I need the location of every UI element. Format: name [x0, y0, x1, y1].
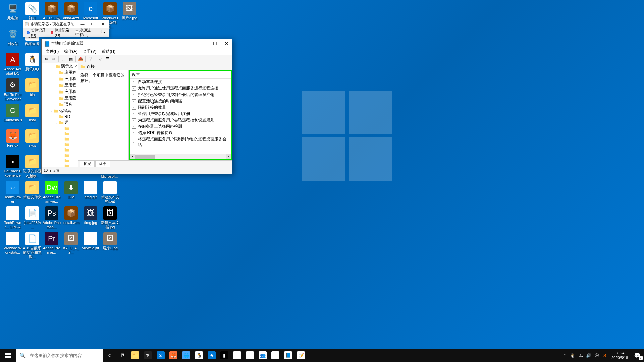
gpedit-close-button[interactable]: ✕ — [221, 39, 232, 48]
tree-item[interactable] — [42, 147, 78, 153]
psr-stop-button[interactable]: 停止记录(O) — [48, 27, 72, 38]
desktop-icon[interactable]: 📄(HIUF25% ... — [23, 206, 42, 229]
toolbar-help-button[interactable]: ❔ — [87, 56, 94, 62]
policy-setting-item[interactable]: ▫限制连接的数量 — [130, 104, 231, 111]
taskbar-app-notepad[interactable]: 📝 — [294, 349, 307, 362]
task-view-button[interactable]: ⧉ — [116, 349, 129, 362]
policy-setting-item[interactable]: ▫选择 RDP 传输协议 — [130, 130, 231, 136]
desktop-icon[interactable]: 📁新建文件夹 — [23, 181, 42, 199]
policy-setting-item[interactable]: ▫拒绝将已经登录到控制台会话的管理员注销 — [130, 92, 231, 98]
gpedit-minimize-button[interactable]: — — [198, 39, 209, 48]
tree-expand-icon[interactable]: ⌄ — [50, 109, 54, 113]
desktop-icon[interactable]: 🐧腾讯QQ — [23, 53, 42, 71]
policy-setting-item[interactable]: ▫配置活动连接的时间间隔 — [130, 98, 231, 104]
tree-item[interactable] — [42, 163, 78, 167]
tree-item[interactable]: 应用程 — [42, 88, 78, 95]
desktop-icon[interactable]: 🖥️此电脑 — [3, 2, 22, 20]
scroll-thumb[interactable] — [135, 155, 155, 159]
desktop-icon[interactable]: PrAdobe Premie... — [42, 232, 61, 255]
toolbar-show-hide-button[interactable]: ▤ — [67, 56, 74, 62]
tray-overflow-button[interactable]: ˄ — [560, 349, 569, 362]
taskbar-app-mail[interactable]: ✉ — [154, 349, 167, 362]
desktop-icon[interactable]: 🗑️回收站 — [3, 27, 22, 46]
taskbar-app-gpedit[interactable]: 📘 — [282, 349, 294, 362]
tray-volume-icon[interactable]: 🔊 — [585, 349, 593, 362]
psr-help-button[interactable]: ❔▾ — [96, 29, 108, 36]
scroll-left-arrow[interactable]: ◂ — [130, 154, 135, 159]
taskbar-clock[interactable]: 18:24 2020/5/18 — [609, 351, 631, 360]
tree-expand-icon[interactable]: ⌄ — [55, 121, 59, 124]
scroll-right-arrow[interactable]: ▸ — [226, 154, 231, 159]
toolbar-up-button[interactable]: ⬚ — [60, 56, 67, 62]
desktop-icon[interactable]: 📄4.15自散系的扩充和复数... — [23, 232, 42, 259]
policy-setting-item[interactable]: ▫将远程桌面服务用户限制到单独的远程桌面服务会话 — [130, 136, 231, 148]
policy-setting-item[interactable]: ▫为远程桌面服务用户会话远程控制设置规则 — [130, 117, 231, 123]
menu-help[interactable]: 帮助(H) — [99, 48, 118, 55]
tree-item[interactable] — [42, 126, 78, 131]
tree-item[interactable] — [42, 153, 78, 158]
tree-item[interactable]: ⌄远程桌 — [42, 108, 78, 114]
tree-item[interactable] — [42, 131, 78, 136]
tree-item[interactable]: 应用程 — [42, 82, 78, 88]
desktop-icon[interactable]: 🖼照片2.jpg — [120, 2, 139, 20]
taskbar-search[interactable]: 🔍 — [16, 349, 103, 362]
toolbar-forward-button[interactable]: ⇨ — [50, 56, 57, 62]
action-center-button[interactable]: 💬 2 — [631, 349, 644, 362]
desktop-icon[interactable]: CCamtasia 9 — [3, 104, 22, 122]
desktop-icon[interactable]: PsAdobe Photosh... — [42, 206, 61, 229]
tray-sogou-icon[interactable]: S — [601, 349, 609, 362]
taskbar-app-firefox[interactable]: 🦊 — [167, 349, 180, 362]
desktop-icon[interactable]: 📦install.wim — [62, 206, 80, 225]
taskbar-app-explorer[interactable]: 📁 — [129, 349, 142, 362]
psr-comment-button[interactable]: 💬添加注释(C) — [72, 26, 96, 39]
desktop-icon[interactable]: 📁bin — [23, 78, 42, 97]
psr-pause-button[interactable]: 暂停记录(U) — [24, 27, 48, 38]
desktop-icon[interactable]: ⬇IDM — [62, 181, 80, 199]
menu-file[interactable]: 文件(F) — [43, 48, 61, 55]
tree-item[interactable] — [42, 136, 78, 142]
toolbar-filter-button[interactable]: ▽ — [97, 56, 103, 62]
taskbar-app-browser[interactable]: 🌐 — [180, 349, 193, 362]
policy-setting-item[interactable]: ▫允许用户通过使用远程桌面服务进行远程连接 — [130, 85, 231, 92]
policy-setting-item[interactable]: ▫自动重新连接 — [130, 79, 231, 85]
tree-item[interactable]: 语音 — [42, 101, 78, 108]
tree-item[interactable]: 应用程 — [42, 69, 78, 76]
tray-qq-icon[interactable]: 🐧 — [569, 349, 577, 362]
taskbar-app-snip[interactable]: ✂ — [244, 349, 256, 362]
desktop-icon[interactable]: ⚙Bat To Exe Converter — [3, 78, 22, 101]
tree-item[interactable]: 应用隐 — [42, 95, 78, 101]
menu-action[interactable]: 操作(A) — [61, 48, 80, 55]
desktop-icon[interactable]: 🖼timg.jpg — [81, 206, 100, 225]
desktop-icon[interactable]: ↔TeamViewer — [3, 181, 22, 204]
tree-item[interactable]: 应用程 — [42, 76, 78, 82]
psr-close-button[interactable]: ✕ — [98, 21, 108, 27]
tray-network-icon[interactable]: 🖧 — [577, 349, 585, 362]
tree-item[interactable]: RD — [42, 114, 78, 119]
desktop-icon[interactable]: ▣VMware Workstati... — [3, 232, 22, 255]
tray-ime-icon[interactable]: ㊥ — [593, 349, 601, 362]
desktop-icon[interactable]: ▪GeForce Experience — [3, 155, 22, 178]
menu-view[interactable]: 查看(V) — [80, 48, 99, 55]
tree-item[interactable] — [42, 142, 78, 147]
desktop-icon[interactable]: GTechPower... GPU-Z — [3, 206, 22, 229]
desktop-icon[interactable]: ⚙新建文本文档.bat — [101, 181, 119, 204]
desktop-icon[interactable]: 🖼照片1.jpg — [101, 232, 119, 250]
desktop-icon[interactable]: DwAdobe Dreamwe... — [42, 181, 61, 204]
desktop-icon[interactable]: AAdobe Acrobat DC — [3, 53, 22, 76]
tree-item[interactable] — [42, 158, 78, 163]
start-button[interactable] — [0, 349, 16, 362]
toolbar-back-button[interactable]: ⇦ — [43, 56, 50, 62]
desktop-icon[interactable]: 🖼viewfile.jfif — [81, 232, 100, 250]
tree-item[interactable]: 演示文 ∨ — [42, 63, 78, 69]
desktop-icon[interactable]: 📁skus — [23, 129, 42, 148]
taskbar-app-people[interactable]: 👥 — [256, 349, 269, 362]
cortana-button[interactable]: ○ — [103, 349, 116, 362]
gpedit-maximize-button[interactable]: ☐ — [209, 39, 221, 48]
desktop-icon[interactable]: 📁hsai — [23, 104, 42, 122]
gpedit-titlebar[interactable]: 📘 本地组策略编辑器 — ☐ ✕ — [42, 39, 232, 48]
taskbar-app-store[interactable]: 🛍 — [142, 349, 154, 362]
desktop-icon[interactable]: 🖼新建文本文档.jpg — [101, 206, 119, 229]
taskbar-app-edge[interactable]: e — [205, 349, 218, 362]
taskbar-app-paint[interactable]: 🖌 — [231, 349, 244, 362]
taskbar-app-qq[interactable]: 🐧 — [193, 349, 205, 362]
